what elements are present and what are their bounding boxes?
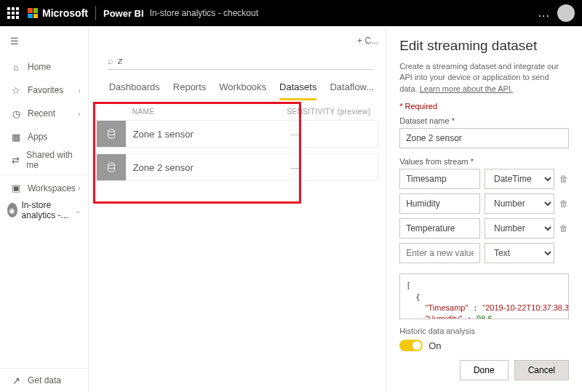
current-workspace[interactable]: ◉In-store analytics -...⌄ bbox=[0, 198, 88, 223]
shared-icon: ⇄ bbox=[10, 155, 20, 166]
field-type-select[interactable]: DateTime bbox=[485, 169, 554, 189]
download-icon: ↗ bbox=[10, 375, 22, 386]
dataset-name: Zone 2 sensor bbox=[133, 162, 290, 173]
edit-panel: Edit streaming dataset Create a streamin… bbox=[386, 26, 582, 392]
nav-home[interactable]: ⌂Home bbox=[0, 55, 88, 79]
topbar: Microsoft Power BI In-store analytics - … bbox=[0, 0, 582, 26]
dataset-icon bbox=[97, 154, 126, 180]
delete-icon[interactable]: 🗑 bbox=[559, 223, 569, 233]
dataset-name-label: Dataset name * bbox=[399, 116, 569, 125]
workspace-context: In-store analytics - checkout bbox=[150, 8, 258, 18]
toggle-switch-icon[interactable] bbox=[399, 340, 423, 351]
content-tabs: Dashboards Reports Workbooks Datasets Da… bbox=[89, 70, 386, 100]
required-note: * Required bbox=[399, 102, 569, 111]
col-name: NAME bbox=[132, 108, 287, 116]
star-icon: ☆ bbox=[10, 85, 22, 96]
delete-icon[interactable]: 🗑 bbox=[559, 199, 569, 209]
dataset-row[interactable]: Zone 1 sensor — bbox=[96, 120, 378, 148]
tab-workbooks[interactable]: Workbooks bbox=[219, 81, 266, 100]
dataset-sensitivity: — bbox=[290, 162, 378, 173]
svg-point-1 bbox=[108, 163, 114, 166]
dataset-name-input[interactable] bbox=[399, 128, 569, 148]
field-type-select[interactable]: Number bbox=[485, 193, 554, 214]
field-type-select[interactable]: Number bbox=[485, 218, 554, 239]
chevron-right-icon: › bbox=[78, 87, 80, 95]
panel-description: Create a streaming dataset and integrate… bbox=[399, 61, 569, 95]
microsoft-logo: Microsoft bbox=[28, 7, 88, 19]
delete-icon[interactable]: 🗑 bbox=[559, 174, 569, 184]
tab-datasets[interactable]: Datasets bbox=[279, 81, 316, 100]
field-row: Number 🗑 bbox=[399, 193, 569, 214]
nav-shared[interactable]: ⇄Shared with me bbox=[0, 148, 88, 172]
json-preview: [ { "Timesamp" : "2019-10-22T10:37:38.36… bbox=[399, 273, 569, 319]
toggle-state: On bbox=[428, 340, 441, 351]
apps-icon: ▦ bbox=[10, 132, 22, 143]
historic-label: Historic data analysis bbox=[399, 327, 569, 335]
nav-apps[interactable]: ▦Apps bbox=[0, 125, 88, 148]
nav-favorites[interactable]: ☆Favorites› bbox=[0, 79, 88, 102]
chevron-right-icon: › bbox=[78, 184, 80, 192]
new-field-type-select[interactable]: Text bbox=[485, 243, 554, 263]
workspaces-icon: ▣ bbox=[10, 183, 22, 193]
search-input[interactable] bbox=[118, 55, 374, 66]
field-name-input[interactable] bbox=[399, 169, 480, 189]
chevron-down-icon: ⌄ bbox=[75, 207, 81, 215]
nav-workspaces[interactable]: ▣Workspaces› bbox=[0, 175, 88, 198]
col-sensitivity: SENSITIVITY (preview) bbox=[287, 108, 374, 116]
new-field-input[interactable] bbox=[399, 243, 480, 263]
field-name-input[interactable] bbox=[399, 218, 480, 239]
done-button[interactable]: Done bbox=[460, 360, 509, 380]
column-headers: NAME SENSITIVITY (preview) bbox=[89, 100, 386, 120]
left-nav: ☰ ⌂Home ☆Favorites› ◷Recent› ▦Apps ⇄Shar… bbox=[0, 26, 89, 392]
search-icon: ⌕ bbox=[108, 55, 113, 66]
nav-recent[interactable]: ◷Recent› bbox=[0, 102, 88, 125]
home-icon: ⌂ bbox=[10, 62, 22, 73]
field-name-input[interactable] bbox=[399, 193, 480, 214]
dataset-sensitivity: — bbox=[290, 129, 378, 140]
avatar[interactable] bbox=[557, 4, 575, 22]
new-field-row: Text 🗑 bbox=[399, 243, 569, 263]
panel-title: Edit streaming dataset bbox=[399, 38, 569, 54]
clock-icon: ◷ bbox=[10, 108, 22, 119]
product-name: Power BI bbox=[103, 8, 144, 19]
tab-dashboards[interactable]: Dashboards bbox=[109, 81, 160, 100]
dataset-name: Zone 1 sensor bbox=[133, 129, 290, 140]
svg-point-0 bbox=[108, 129, 114, 132]
hamburger-icon[interactable]: ☰ bbox=[0, 26, 88, 55]
create-button[interactable]: + C... bbox=[357, 36, 378, 46]
values-label: Values from stream * bbox=[399, 157, 569, 166]
cancel-button[interactable]: Cancel bbox=[514, 360, 569, 380]
main-content: + C... ⌕ Dashboards Reports Workbooks Da… bbox=[89, 26, 386, 392]
divider bbox=[95, 6, 96, 20]
more-icon[interactable]: ... bbox=[538, 7, 550, 20]
brand-text: Microsoft bbox=[42, 7, 88, 19]
tab-dataflows[interactable]: Dataflow... bbox=[330, 81, 374, 100]
nav-get-data[interactable]: ↗Get data bbox=[0, 369, 88, 392]
workspace-badge-icon: ◉ bbox=[7, 203, 17, 217]
historic-toggle[interactable]: On bbox=[399, 340, 569, 351]
toolbar: + C... bbox=[89, 26, 386, 55]
field-row: DateTime 🗑 bbox=[399, 169, 569, 189]
app-launcher-icon[interactable] bbox=[7, 7, 19, 19]
dataset-icon bbox=[97, 121, 126, 147]
dataset-row[interactable]: Zone 2 sensor — bbox=[96, 153, 378, 181]
field-row: Number 🗑 bbox=[399, 218, 569, 239]
learn-more-link[interactable]: Learn more about the API. bbox=[420, 84, 513, 93]
tab-reports[interactable]: Reports bbox=[173, 81, 207, 100]
chevron-right-icon: › bbox=[78, 110, 80, 118]
search-box[interactable]: ⌕ bbox=[108, 55, 374, 70]
